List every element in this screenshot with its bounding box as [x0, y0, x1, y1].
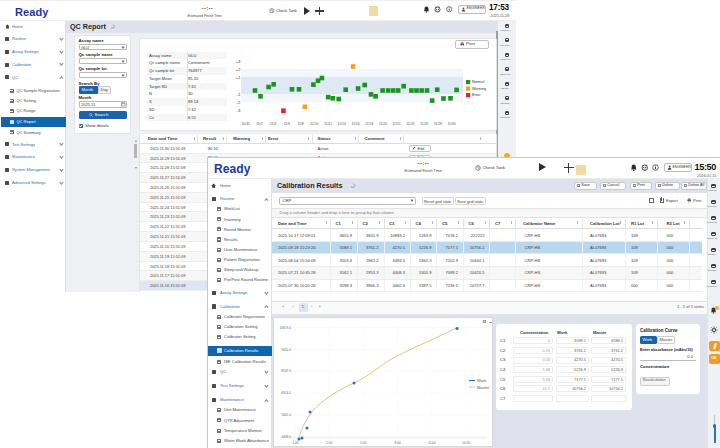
svg-text:-1.00: -1.00 — [291, 441, 298, 445]
svg-text:11/18: 11/18 — [365, 122, 373, 126]
svg-text:11.00: 11.00 — [428, 441, 436, 445]
svg-text:11/22: 11/22 — [392, 122, 400, 126]
svg-text:-3: -3 — [237, 108, 241, 113]
svg-text:8.00: 8.00 — [394, 441, 400, 445]
svg-text:11/26: 11/26 — [420, 122, 428, 126]
svg-text:Normal: Normal — [472, 80, 484, 84]
svg-text:6914.0: 6914.0 — [281, 391, 291, 395]
svg-text:11/12: 11/12 — [324, 122, 332, 126]
svg-text:11/14: 11/14 — [338, 122, 346, 126]
svg-text:11/28: 11/28 — [434, 122, 442, 126]
svg-text:Warning: Warning — [472, 87, 486, 91]
svg-text:11/16: 11/16 — [351, 122, 359, 126]
svg-text:11/8: 11/8 — [297, 122, 303, 126]
svg-text:11/6: 11/6 — [284, 122, 290, 126]
svg-text:11/10: 11/10 — [310, 122, 318, 126]
svg-text:Error: Error — [472, 93, 481, 97]
svg-text:10/31: 10/31 — [241, 122, 250, 126]
svg-text:Work: Work — [477, 378, 486, 383]
svg-text:+3: +3 — [236, 59, 242, 64]
svg-text:11/4: 11/4 — [270, 122, 276, 126]
svg-text:10673.0: 10673.0 — [279, 326, 291, 330]
svg-text:2.00: 2.00 — [326, 441, 332, 445]
svg-text:+2: +2 — [236, 67, 242, 72]
svg-text:9420.0: 9420.0 — [281, 348, 291, 352]
svg-text:8167.0: 8167.0 — [281, 369, 291, 373]
svg-text:+1: +1 — [236, 75, 242, 80]
svg-text:11/20: 11/20 — [379, 122, 387, 126]
svg-text:11/2: 11/2 — [256, 122, 262, 126]
svg-text:11/30: 11/30 — [447, 122, 455, 126]
svg-text:-1: -1 — [237, 92, 241, 97]
svg-text:-2: -2 — [237, 100, 241, 105]
svg-text:5661.0: 5661.0 — [281, 413, 291, 417]
svg-text:14.00: 14.00 — [462, 441, 470, 445]
svg-text:5.00: 5.00 — [360, 441, 366, 445]
svg-text:Master: Master — [477, 385, 490, 390]
svg-text:11/24: 11/24 — [406, 122, 414, 126]
svg-text:4408.0: 4408.0 — [281, 435, 291, 439]
